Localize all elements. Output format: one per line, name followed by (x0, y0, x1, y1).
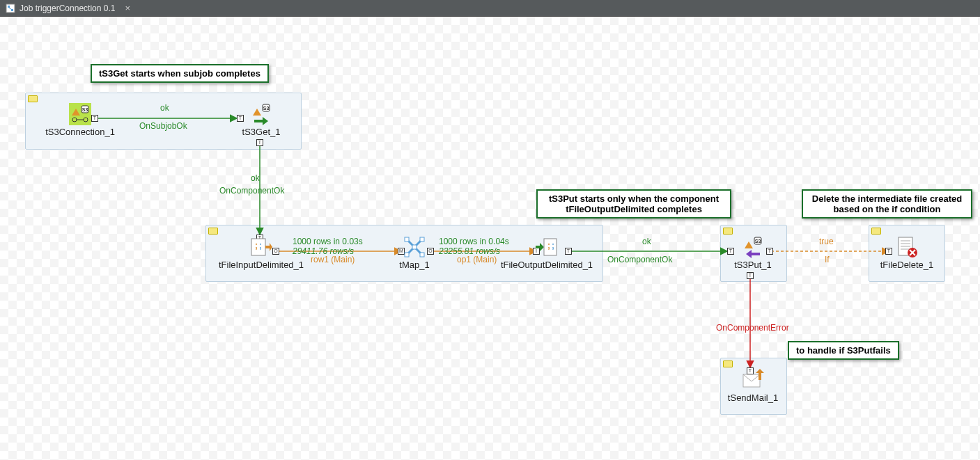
component-label: tFileOutputDelimited_1 (501, 260, 593, 270)
link-status: ok (642, 237, 651, 246)
component-label: tS3Get_1 (242, 127, 281, 137)
svg-rect-26 (405, 253, 409, 257)
designer-canvas[interactable]: tS3Get starts when subjob completes tS3P… (0, 17, 980, 460)
link-status: true (819, 237, 834, 246)
s3-connection-icon: S3 (69, 103, 91, 125)
component-label: tSendMail_1 (728, 392, 778, 403)
subjob-collapse-icon[interactable] (723, 360, 733, 367)
component-tS3Get[interactable]: S3 tS3Get_1 (209, 103, 313, 137)
subjob-collapse-icon[interactable] (28, 95, 38, 102)
svg-text:S3: S3 (82, 107, 88, 112)
link-name: OnComponentOk (607, 255, 672, 264)
tab-title: Job triggerConnection 0.1 (20, 3, 115, 13)
sendmail-icon (742, 369, 764, 391)
component-label: tFileInputDelimited_1 (219, 260, 304, 270)
svg-rect-1 (8, 6, 10, 8)
component-label: tMap_1 (399, 260, 429, 270)
svg-text:;: ; (255, 241, 258, 251)
annotation: tS3Get starts when subjob completes (91, 64, 269, 83)
svg-text:S3: S3 (263, 106, 270, 111)
close-icon[interactable]: × (125, 3, 130, 13)
link-status: ok (251, 173, 260, 183)
tmap-icon (403, 236, 426, 258)
subjob-collapse-icon[interactable] (871, 228, 881, 235)
s3-put-icon: S3 (742, 236, 764, 258)
component-tS3Put[interactable]: S3 tS3Put_1 (701, 236, 805, 270)
component-tFileDelete[interactable]: tFileDelete_1 (855, 236, 959, 270)
svg-rect-29 (544, 239, 557, 255)
svg-text:S3: S3 (755, 239, 761, 244)
tab-bar: Job triggerConnection 0.1 × (0, 0, 980, 17)
annotation: tS3Put starts only when the component tF… (536, 189, 731, 219)
component-tFileOutputDelimited[interactable]: ; ; tFileOutputDelimited_1 (495, 236, 599, 270)
component-tFileInputDelimited[interactable]: ; ; tFileInputDelimited_1 (209, 236, 313, 270)
link-status: ok (160, 103, 169, 113)
link-name: OnComponentError (716, 323, 789, 333)
component-label: tFileDelete_1 (880, 260, 934, 270)
annotation: to handle if S3Putfails (788, 341, 899, 360)
file-delete-icon (896, 236, 918, 258)
component-tSendMail[interactable]: tSendMail_1 (701, 369, 805, 403)
svg-rect-28 (412, 245, 417, 249)
svg-rect-25 (420, 237, 424, 241)
svg-rect-27 (420, 253, 424, 257)
component-tMap[interactable]: tMap_1 (362, 236, 467, 270)
link-name: OnSubjobOk (139, 121, 187, 131)
job-icon (6, 3, 15, 13)
link-marker-icon: T (256, 139, 263, 146)
file-input-delimited-icon: ; ; (250, 236, 272, 258)
svg-rect-19 (251, 239, 265, 255)
svg-text:;: ; (552, 241, 554, 251)
subjob-collapse-icon[interactable] (208, 228, 218, 235)
s3-get-icon: S3 (250, 103, 272, 125)
svg-text:;: ; (547, 241, 550, 251)
component-label: tS3Put_1 (734, 260, 772, 270)
editor-tab[interactable]: Job triggerConnection 0.1 × (0, 0, 136, 16)
link-marker-icon: T (747, 272, 754, 279)
link-name: row1 (Main) (311, 255, 355, 264)
link-name: If (825, 255, 830, 264)
component-tS3Connection[interactable]: S3 tS3Connection_1 (28, 103, 132, 137)
annotation: Delete the intermediate file created bas… (802, 189, 972, 219)
file-output-delimited-icon: ; ; (536, 236, 558, 258)
svg-rect-24 (405, 237, 409, 241)
svg-text:;: ; (259, 241, 262, 251)
component-label: tS3Connection_1 (45, 127, 115, 137)
subjob-collapse-icon[interactable] (723, 228, 733, 235)
link-name: OnComponentOk (219, 186, 284, 196)
